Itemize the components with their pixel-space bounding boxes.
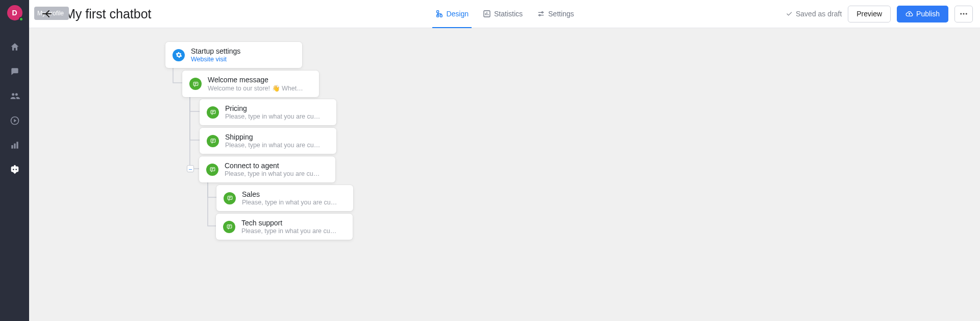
gear-icon	[176, 52, 182, 58]
cloud-up-icon	[905, 10, 913, 18]
svg-point-12	[966, 13, 967, 15]
message-badge-icon	[206, 164, 218, 176]
message-badge-icon	[207, 135, 219, 147]
message-icon	[210, 137, 216, 144]
app-sidebar: D	[0, 0, 29, 321]
collapse-glyph: –	[189, 166, 192, 172]
node-title: Sales	[242, 190, 339, 198]
sliders-icon	[537, 10, 545, 18]
bar-chart-icon	[10, 140, 20, 150]
node-subtext: Please, type in what you are curious abo…	[225, 113, 322, 120]
svg-rect-4	[436, 11, 438, 13]
message-badge-icon	[207, 106, 219, 119]
design-canvas[interactable]: Startup settings Website visit Welcome m…	[29, 28, 980, 321]
node-subtext: Please, type in what you are curious abo…	[225, 170, 322, 177]
arrow-left-icon	[41, 8, 54, 20]
nav-home[interactable]	[8, 40, 22, 54]
svg-point-11	[963, 13, 965, 15]
collapse-toggle[interactable]: –	[187, 165, 194, 172]
message-icon	[210, 109, 216, 116]
node-connect-agent[interactable]: Connect to agent Please, type in what yo…	[199, 156, 335, 182]
node-sales[interactable]: Sales Please, type in what you are curio…	[216, 185, 353, 211]
svg-rect-14	[211, 110, 215, 114]
chats-icon	[10, 66, 20, 77]
tab-settings[interactable]: Settings	[537, 0, 574, 28]
more-horizontal-icon	[959, 9, 968, 18]
tab-settings-label: Settings	[548, 10, 574, 18]
node-subtext: Please, type in what you are curious abo…	[241, 227, 338, 235]
nav-reports[interactable]	[8, 138, 22, 152]
message-icon	[192, 81, 199, 87]
node-title: Pricing	[225, 104, 322, 112]
more-actions-button[interactable]	[954, 6, 973, 22]
page-title: My first chatbot	[65, 7, 152, 21]
home-icon	[10, 42, 20, 52]
app-header: My profile My first chatbot Design Stati…	[29, 0, 980, 28]
nav-contacts[interactable]	[8, 89, 22, 103]
svg-rect-18	[227, 225, 232, 228]
message-badge-icon	[189, 78, 202, 90]
svg-rect-1	[11, 145, 13, 149]
svg-rect-15	[211, 139, 215, 143]
publish-button-label: Publish	[916, 10, 940, 18]
check-icon	[786, 10, 793, 17]
svg-point-9	[539, 14, 541, 16]
nav-chats[interactable]	[8, 64, 22, 79]
svg-rect-13	[193, 82, 198, 85]
preview-button[interactable]: Preview	[848, 6, 891, 22]
node-welcome-message[interactable]: Welcome message Welcome to our store! 👋 …	[182, 71, 319, 97]
stats-icon	[483, 10, 491, 18]
node-title: Tech support	[241, 219, 338, 227]
tab-statistics[interactable]: Statistics	[483, 0, 523, 28]
publish-button[interactable]: Publish	[897, 6, 948, 22]
svg-rect-5	[440, 15, 442, 17]
header-actions: Saved as draft Preview Publish	[786, 6, 973, 22]
back-arrow[interactable]	[41, 8, 54, 22]
node-subtext: Please, type in what you are curious abo…	[242, 199, 339, 206]
message-icon	[226, 223, 233, 230]
profile-avatar[interactable]: D	[7, 5, 22, 20]
save-status-text: Saved as draft	[796, 10, 842, 18]
robot-icon	[9, 164, 20, 175]
nav-play[interactable]	[8, 113, 22, 128]
node-subtext: Website visit	[191, 56, 240, 63]
header-tabs: Design Statistics Settings	[435, 0, 574, 28]
node-title: Shipping	[225, 133, 322, 141]
svg-rect-17	[228, 196, 232, 200]
nav-chatbot[interactable]	[8, 163, 22, 177]
svg-rect-16	[210, 168, 215, 171]
node-shipping[interactable]: Shipping Please, type in what you are cu…	[200, 128, 336, 154]
tab-design-label: Design	[446, 10, 469, 18]
node-startup-settings[interactable]: Startup settings Website visit	[165, 42, 302, 68]
preview-button-label: Preview	[856, 10, 882, 18]
tree-icon	[435, 10, 443, 18]
save-status: Saved as draft	[786, 10, 842, 18]
node-tech-support[interactable]: Tech support Please, type in what you ar…	[216, 214, 353, 240]
people-icon	[10, 91, 20, 101]
svg-rect-3	[16, 142, 18, 148]
message-icon	[209, 166, 216, 173]
node-subtext: Welcome to our store! 👋 Whether you hav…	[208, 84, 305, 92]
node-title: Startup settings	[191, 47, 240, 55]
message-badge-icon	[224, 192, 236, 204]
message-badge-icon	[223, 221, 235, 233]
node-title: Welcome message	[208, 76, 305, 84]
tab-statistics-label: Statistics	[494, 10, 523, 18]
svg-point-10	[960, 13, 962, 15]
svg-rect-2	[14, 144, 15, 149]
play-circle-icon	[10, 116, 20, 126]
presence-indicator	[19, 17, 23, 21]
node-title: Connect to agent	[225, 162, 322, 170]
message-icon	[227, 195, 233, 201]
node-subtext: Please, type in what you are curious abo…	[225, 142, 322, 149]
gear-badge-icon	[173, 49, 185, 61]
svg-point-8	[542, 12, 543, 13]
node-pricing[interactable]: Pricing Please, type in what you are cur…	[200, 99, 336, 125]
tab-design[interactable]: Design	[435, 0, 469, 28]
